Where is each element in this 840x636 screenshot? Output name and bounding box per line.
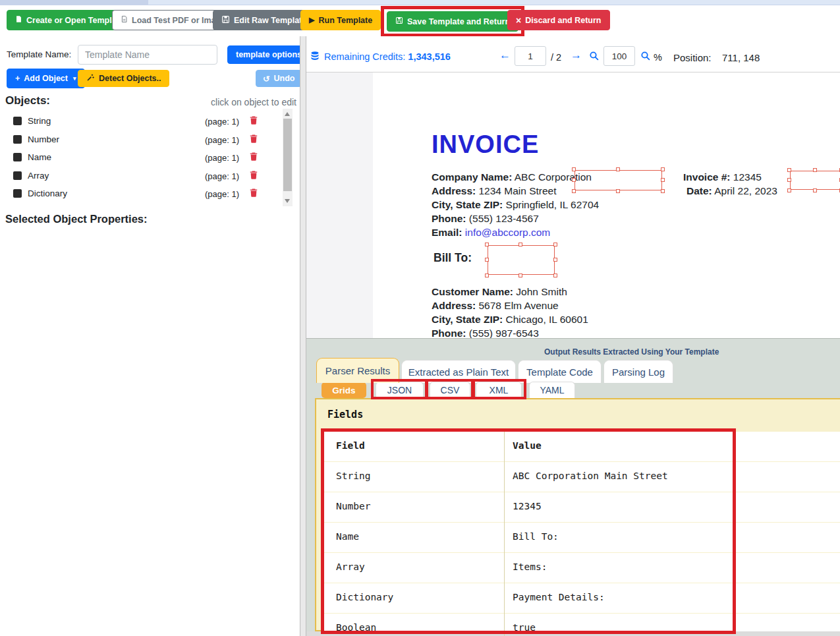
company-phone-line: Phone: (555) 123-4567 [432, 213, 539, 227]
company-email-line: Email: info@abccorp.com [432, 227, 550, 241]
save-icon [221, 15, 230, 26]
page-number-input[interactable] [515, 46, 546, 66]
object-row-dictionary[interactable]: Dictionary (page: 1) [5, 185, 282, 203]
previous-page-arrow[interactable]: ← [499, 49, 511, 62]
format-tab-json[interactable]: JSON [376, 382, 424, 398]
credits-value: 1,343,516 [408, 51, 451, 62]
tab-extracted-plain-text[interactable]: Extracted as Plain Text [401, 360, 516, 383]
position-value: 711, 148 [722, 52, 760, 63]
invoice-title: INVOICE [432, 130, 539, 159]
edit-raw-template-button[interactable]: Edit Raw Template [213, 10, 315, 30]
object-type-icon [13, 189, 22, 198]
bill-to-heading: Bill To: [434, 251, 472, 265]
add-object-button[interactable]: + Add Object ▾ [7, 69, 85, 88]
file-icon [15, 14, 22, 26]
panel-bottom-strip [306, 631, 840, 636]
table-column-divider [504, 432, 505, 636]
table-header-row: Field Value [322, 432, 840, 461]
run-template-button[interactable]: ▶ Run Template [300, 10, 381, 30]
customer-name-line: Customer Name: John Smith [432, 286, 567, 300]
format-tab-yaml[interactable]: YAML [529, 382, 575, 398]
format-tab-csv[interactable]: CSV [430, 382, 470, 398]
object-row-number[interactable]: Number (page: 1) [5, 130, 282, 149]
objects-heading: Objects: [5, 94, 50, 107]
object-type-icon [13, 171, 22, 180]
table-row-array: Array Items: [322, 553, 840, 583]
selected-object-properties-heading: Selected Object Properties: [5, 213, 148, 225]
discard-and-return-button[interactable]: × Discard and Return [507, 10, 610, 30]
zoom-input[interactable] [603, 46, 635, 66]
detect-objects-button[interactable]: Detect Objects.. [78, 70, 169, 87]
fields-heading: Fields [327, 409, 363, 420]
objects-list: String (page: 1) Number (page: 1) Name (… [5, 109, 293, 206]
company-name-line: Company Name: ABC Corporation [432, 171, 592, 185]
page-total-label: / 2 [551, 52, 561, 63]
delete-object-icon[interactable] [249, 115, 259, 126]
zoom-in-icon[interactable] [640, 51, 651, 64]
table-row-number: Number 12345 [322, 492, 840, 522]
template-editor-app: Create or Open Template Load Test PDF or… [0, 0, 840, 636]
close-icon: × [516, 15, 521, 26]
format-tab-xml[interactable]: XML [476, 382, 522, 398]
template-name-label: Template Name: [7, 49, 71, 59]
save-template-and-return-button[interactable]: Save Template and Return [387, 11, 518, 32]
company-address-line: Address: 1234 Main Street [432, 185, 557, 199]
selection-box-company-name[interactable] [574, 170, 662, 190]
format-tab-grids[interactable]: Grids [322, 382, 366, 398]
undo-button[interactable]: ↺ Undo [256, 70, 302, 87]
object-row-partial[interactable] [5, 203, 282, 207]
delete-object-icon[interactable] [249, 170, 259, 181]
position-label: Position: [673, 52, 712, 63]
object-row-array[interactable]: Array (page: 1) [5, 167, 282, 185]
save-icon [395, 16, 403, 26]
remaining-credits: Remaining Credits: 1,343,516 [324, 51, 451, 62]
tab-template-code[interactable]: Template Code [518, 360, 602, 383]
selection-box-invoice-number[interactable] [790, 171, 840, 190]
selection-box-bill-to[interactable] [488, 245, 555, 275]
magic-wand-icon [86, 73, 95, 84]
object-type-icon [13, 135, 22, 144]
object-type-icon [13, 117, 22, 125]
company-city-line: City, State ZIP: Springfield, IL 62704 [432, 199, 599, 213]
browser-tab-strip-highlight [148, 0, 840, 5]
scroll-up-arrow[interactable] [285, 112, 290, 116]
object-type-icon [13, 153, 22, 161]
objects-scrollbar[interactable] [283, 109, 293, 206]
delete-object-icon[interactable] [249, 152, 259, 162]
customer-address-line: Address: 5678 Elm Avenue [432, 300, 559, 314]
chevron-down-icon: ▾ [73, 75, 76, 82]
delete-object-icon[interactable] [249, 134, 259, 144]
zoom-out-icon[interactable] [589, 51, 600, 64]
panel-divider [300, 36, 306, 636]
email-link[interactable]: info@abccorp.com [465, 227, 550, 238]
coins-icon [310, 51, 320, 64]
customer-phone-line: Phone: (555) 987-6543 [432, 328, 539, 338]
invoice-date-line: Date: April 22, 2023 [686, 185, 777, 199]
delete-object-icon[interactable] [249, 206, 259, 207]
delete-object-icon[interactable] [249, 188, 259, 198]
document-viewer[interactable]: INVOICE Company Name: ABC Corporation Ad… [306, 72, 840, 338]
table-row-string: String ABC Corporation Main Street [322, 462, 840, 492]
zoom-percent-label: % [654, 52, 662, 63]
play-icon: ▶ [309, 16, 314, 24]
customer-city-line: City, State ZIP: Chicago, IL 60601 [432, 314, 588, 328]
table-row-dictionary: Dictionary Payment Details: [322, 583, 840, 613]
object-row-name[interactable]: Name (page: 1) [5, 148, 282, 167]
scroll-down-arrow[interactable] [285, 199, 290, 203]
object-row-string[interactable]: String (page: 1) [5, 112, 282, 130]
table-row-name: Name Bill To: [322, 523, 840, 552]
output-caption: Output Results Extracted Using Your Temp… [544, 347, 719, 357]
objects-hint: click on object to edit [184, 97, 296, 107]
next-page-arrow[interactable]: → [571, 49, 582, 62]
undo-icon: ↺ [263, 74, 269, 84]
plus-icon: + [15, 74, 20, 83]
scrollbar-thumb[interactable] [283, 119, 292, 191]
template-name-input[interactable] [78, 45, 217, 65]
save-button-annotation-box: Save Template and Return [381, 6, 524, 37]
invoice-number-line: Invoice #: 12345 [683, 171, 762, 185]
tab-parser-results[interactable]: Parser Results [316, 358, 399, 383]
file-pdf-icon [121, 14, 128, 26]
tab-parsing-log[interactable]: Parsing Log [603, 360, 673, 383]
pdf-page[interactable]: INVOICE Company Name: ABC Corporation Ad… [373, 72, 840, 338]
